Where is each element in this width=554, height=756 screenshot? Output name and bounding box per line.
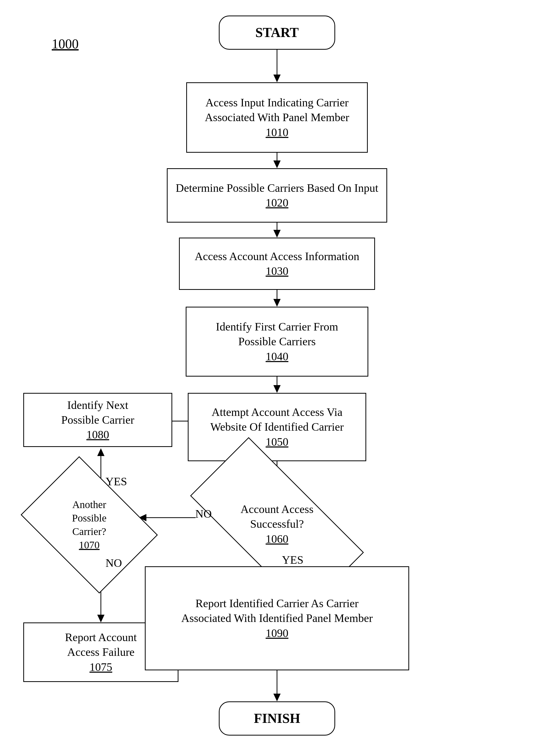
start-box: START: [219, 15, 335, 50]
step-1070-line3: Carrier?: [72, 525, 106, 538]
step-1060-line2: Successful?: [240, 517, 314, 532]
step-1050-ref: 1050: [266, 436, 288, 448]
step-1070-diamond: Another Possible Carrier? 1070: [34, 484, 145, 566]
step-1060-line1: Account Access: [240, 502, 314, 517]
step-1075-line1: Report Account: [65, 630, 136, 645]
svg-marker-21: [97, 615, 105, 622]
yes-label-1070: YES: [106, 475, 127, 488]
no-label-1070: NO: [106, 556, 122, 570]
step-1040-ref: 1040: [266, 350, 288, 363]
step-1030-box: Access Account Access Information 1030: [179, 238, 375, 290]
step-1060-ref: 1060: [266, 533, 288, 545]
step-1090-box: Report Identified Carrier As Carrier Ass…: [145, 566, 409, 670]
step-1050-box: Attempt Account Access Via Website Of Id…: [188, 393, 366, 461]
step-1040-line1: Identify First Carrier From: [216, 319, 338, 334]
step-1090-ref: 1090: [266, 627, 288, 640]
step-1010-ref: 1010: [266, 126, 288, 139]
step-1075-ref: 1075: [90, 661, 112, 673]
step-1010-line2: Associated With Panel Member: [205, 110, 349, 125]
step-1050-line1: Attempt Account Access Via: [210, 405, 344, 419]
svg-marker-1: [273, 74, 281, 82]
start-label: START: [255, 24, 299, 41]
diagram-label-1000: 1000: [52, 36, 78, 51]
svg-marker-23: [273, 694, 281, 701]
step-1020-line1: Determine Possible Carriers Based On Inp…: [176, 181, 378, 195]
finish-label: FINISH: [254, 710, 300, 727]
step-1020-box: Determine Possible Carriers Based On Inp…: [167, 168, 387, 222]
no-label-1060: NO: [195, 507, 212, 520]
step-1090-line2: Associated With Identified Panel Member: [181, 611, 373, 625]
step-1010-line1: Access Input Indicating Carrier: [205, 95, 349, 110]
step-1090-line1: Report Identified Carrier As Carrier: [181, 596, 373, 611]
step-1080-line2: Possible Carrier: [61, 412, 134, 427]
svg-marker-3: [273, 160, 281, 168]
step-1020-ref: 1020: [266, 196, 288, 209]
svg-marker-5: [273, 230, 281, 238]
step-1070-line2: Possible: [72, 511, 106, 525]
step-1030-ref: 1030: [266, 265, 288, 278]
step-1040-box: Identify First Carrier From Possible Car…: [186, 307, 368, 376]
step-1010-box: Access Input Indicating Carrier Associat…: [186, 82, 368, 153]
step-1060-diamond: Account Access Successful? 1060: [196, 483, 358, 565]
step-1030-line1: Access Account Access Information: [195, 249, 359, 264]
svg-marker-17: [97, 448, 105, 456]
step-1070-line1: Another: [72, 498, 106, 511]
step-1040-line2: Possible Carriers: [216, 334, 338, 349]
yes-label-1060: YES: [282, 553, 303, 566]
flowchart-diagram: 1000 START Access Input Indicating Carri…: [0, 0, 554, 756]
svg-marker-9: [273, 385, 281, 393]
step-1070-ref: 1070: [79, 539, 100, 551]
finish-box: FINISH: [219, 701, 335, 736]
step-1080-ref: 1080: [87, 429, 109, 441]
step-1080-line1: Identify Next: [61, 398, 134, 412]
step-1080-box: Identify Next Possible Carrier 1080: [23, 393, 172, 447]
step-1075-line2: Access Failure: [65, 645, 136, 659]
svg-marker-7: [273, 299, 281, 307]
step-1050-line2: Website Of Identified Carrier: [210, 419, 344, 434]
